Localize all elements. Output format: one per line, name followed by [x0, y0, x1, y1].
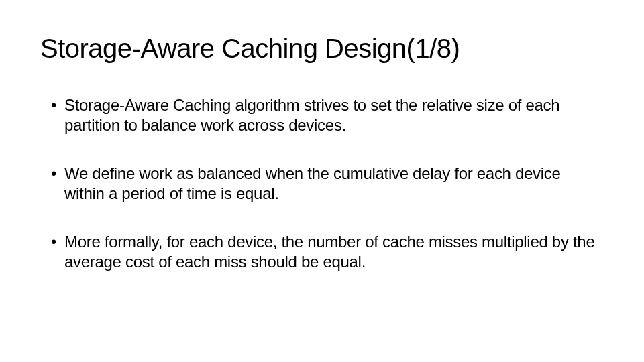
slide: Storage-Aware Caching Design(1/8) Storag… — [0, 0, 644, 362]
bullet-list: Storage-Aware Caching algorithm strives … — [40, 95, 604, 272]
list-item: Storage-Aware Caching algorithm strives … — [51, 95, 604, 135]
slide-title: Storage-Aware Caching Design(1/8) — [40, 34, 604, 63]
list-item: We define work as balanced when the cumu… — [51, 164, 604, 204]
list-item: More formally, for each device, the numb… — [51, 232, 604, 272]
